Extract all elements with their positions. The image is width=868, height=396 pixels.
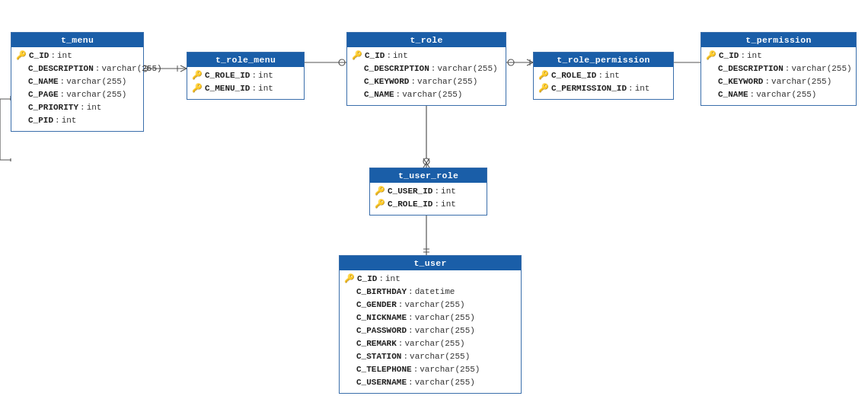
table-t-role: t_role 🔑 C_ID : int C_DESCRIPTION : varc…	[346, 32, 506, 106]
table-row: 🔑 C_ROLE_ID : int	[375, 198, 482, 211]
t-user-role-body: 🔑 C_USER_ID : int 🔑 C_ROLE_ID : int	[370, 183, 487, 215]
t-user-role-header: t_user_role	[370, 168, 487, 183]
t-menu-body: 🔑 C_ID : int C_DESCRIPTION : varchar(255…	[11, 47, 143, 131]
key-icon: 🔑	[375, 185, 385, 198]
key-icon: 🔑	[538, 69, 549, 82]
key-icon: 🔑	[706, 50, 716, 62]
table-row: 🔑 C_ID : int	[344, 273, 516, 286]
t-role-menu-header: t_role_menu	[187, 53, 304, 67]
svg-line-33	[423, 158, 429, 168]
table-t-role-menu: t_role_menu 🔑 C_ROLE_ID : int 🔑 C_MENU_I…	[187, 52, 305, 100]
t-role-header: t_role	[347, 33, 506, 47]
svg-line-19	[527, 59, 533, 62]
svg-point-31	[423, 158, 429, 164]
table-row: C_NICKNAME : varchar(255)	[356, 311, 516, 324]
table-row: C_PID : int	[28, 114, 139, 127]
table-row: C_TELEPHONE : varchar(255)	[356, 363, 516, 376]
table-t-menu: t_menu 🔑 C_ID : int C_DESCRIPTION : varc…	[11, 32, 144, 132]
table-row: C_GENDER : varchar(255)	[356, 299, 516, 311]
table-row: C_NAME : varchar(255)	[364, 88, 501, 101]
table-row: 🔑 C_ID : int	[16, 50, 139, 62]
table-row: C_NAME : varchar(255)	[28, 75, 139, 88]
t-menu-header: t_menu	[11, 33, 143, 47]
table-t-permission: t_permission 🔑 C_ID : int C_DESCRIPTION …	[700, 32, 857, 106]
table-row: C_PRIORITY : int	[28, 101, 139, 114]
table-t-user: t_user 🔑 C_ID : int C_BIRTHDAY : datetim…	[339, 255, 522, 394]
table-row: 🔑 C_ID : int	[706, 50, 851, 62]
key-icon: 🔑	[344, 273, 355, 286]
t-user-body: 🔑 C_ID : int C_BIRTHDAY : datetime C_GEN…	[340, 270, 521, 393]
t-role-menu-body: 🔑 C_ROLE_ID : int 🔑 C_MENU_ID : int	[187, 67, 304, 99]
t-role-permission-body: 🔑 C_ROLE_ID : int 🔑 C_PERMISSION_ID : in…	[534, 67, 673, 99]
table-row: C_DESCRIPTION : varchar(255)	[28, 62, 139, 75]
diagram-canvas: t_menu 🔑 C_ID : int C_DESCRIPTION : varc…	[0, 0, 868, 396]
table-row: C_PAGE : varchar(255)	[28, 88, 139, 101]
table-row: C_BIRTHDAY : datetime	[356, 286, 516, 299]
table-row: C_PASSWORD : varchar(255)	[356, 324, 516, 337]
key-icon: 🔑	[352, 50, 362, 62]
svg-line-32	[423, 158, 429, 168]
table-row: C_USERNAME : varchar(255)	[356, 376, 516, 389]
key-icon: 🔑	[538, 82, 549, 95]
table-row: C_DESCRIPTION : varchar(255)	[364, 62, 501, 75]
svg-line-4	[180, 69, 187, 72]
t-permission-body: 🔑 C_ID : int C_DESCRIPTION : varchar(255…	[701, 47, 856, 105]
table-row: 🔑 C_USER_ID : int	[375, 185, 482, 198]
svg-point-17	[508, 59, 514, 65]
table-row: C_DESCRIPTION : varchar(255)	[718, 62, 851, 75]
key-icon: 🔑	[375, 198, 385, 211]
table-row: 🔑 C_ID : int	[352, 50, 501, 62]
table-t-user-role: t_user_role 🔑 C_USER_ID : int 🔑 C_ROLE_I…	[369, 168, 487, 216]
svg-line-20	[527, 62, 533, 65]
table-row: 🔑 C_MENU_ID : int	[192, 82, 299, 95]
key-icon: 🔑	[192, 82, 203, 95]
table-row: C_KEYWORD : varchar(255)	[364, 75, 501, 88]
table-row: C_KEYWORD : varchar(255)	[718, 75, 851, 88]
table-t-role-permission: t_role_permission 🔑 C_ROLE_ID : int 🔑 C_…	[533, 52, 674, 100]
key-icon: 🔑	[16, 50, 27, 62]
svg-line-3	[180, 65, 187, 69]
t-user-header: t_user	[340, 256, 521, 270]
table-row: C_NAME : varchar(255)	[718, 88, 851, 101]
table-row: 🔑 C_ROLE_ID : int	[192, 69, 299, 82]
table-row: 🔑 C_ROLE_ID : int	[538, 69, 669, 82]
table-row: C_STATION : varchar(255)	[356, 350, 516, 363]
key-icon: 🔑	[192, 69, 203, 82]
t-permission-header: t_permission	[701, 33, 856, 47]
t-role-permission-header: t_role_permission	[534, 53, 673, 67]
table-row: 🔑 C_PERMISSION_ID : int	[538, 82, 669, 95]
t-role-body: 🔑 C_ID : int C_DESCRIPTION : varchar(255…	[347, 47, 506, 105]
table-row: C_REMARK : varchar(255)	[356, 337, 516, 350]
svg-point-14	[339, 59, 345, 65]
